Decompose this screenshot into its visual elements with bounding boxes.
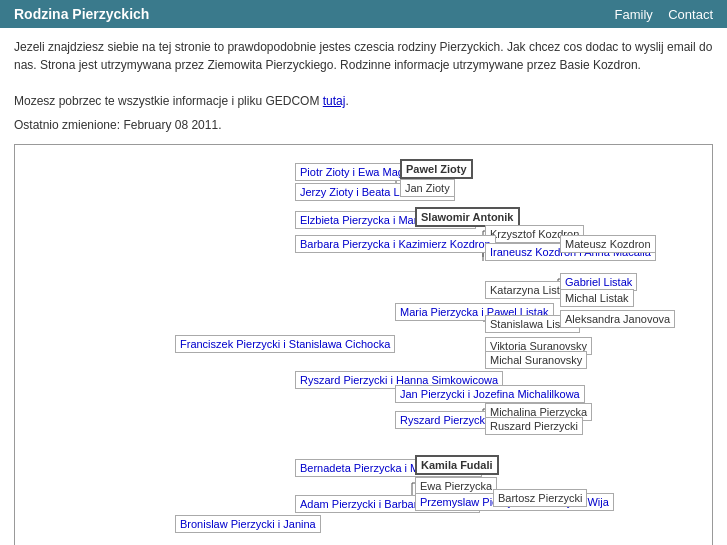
tree-node-bronislaw-janina[interactable]: Bronislaw Pierzycki i Janina bbox=[175, 515, 321, 533]
tree-node-aleksandra-janovova: Aleksandra Janovova bbox=[560, 310, 675, 328]
tree-container: Piotr Zioty i Ewa MagieraPawel ZiotyJerz… bbox=[14, 144, 713, 545]
last-modified: Ostatnio zmienione: February 08 2011. bbox=[14, 118, 713, 132]
nav-family[interactable]: Family bbox=[615, 7, 653, 22]
tree-node-barbara-kazimierz[interactable]: Barbara Pierzycka i Kazimierz Kozdron bbox=[295, 235, 496, 253]
intro-line2: Mozesz pobrzec te wszystkie informacje i… bbox=[14, 92, 713, 110]
tree-node-jan-zioty: Jan Zioty bbox=[400, 179, 455, 197]
gedcom-link[interactable]: tutaj bbox=[323, 94, 346, 108]
tree-link-jan-jozefina[interactable]: Jan Pierzycki i Jozefina Michalilkowa bbox=[400, 388, 580, 400]
tree-link-gabriel-listak[interactable]: Gabriel Listak bbox=[565, 276, 632, 288]
tree-link-bronislaw-janina[interactable]: Bronislaw Pierzycki i Janina bbox=[180, 518, 316, 530]
tree-node-michal-suranovsky: Michal Suranovsky bbox=[485, 351, 587, 369]
header: Rodzina Pierzyckich Family Contact bbox=[0, 0, 727, 28]
intro-text: Jezeli znajdziesz siebie na tej stronie … bbox=[14, 38, 713, 110]
tree-node-ruszard-pierzycki: Ruszard Pierzycki bbox=[485, 417, 583, 435]
nav-contact[interactable]: Contact bbox=[668, 7, 713, 22]
tree-link-franciszek-stanislawa[interactable]: Franciszek Pierzycki i Stanislawa Cichoc… bbox=[180, 338, 390, 350]
site-title: Rodzina Pierzyckich bbox=[14, 6, 149, 22]
intro-paragraph: Jezeli znajdziesz siebie na tej stronie … bbox=[14, 38, 713, 74]
tree-node-jan-jozefina[interactable]: Jan Pierzycki i Jozefina Michalilkowa bbox=[395, 385, 585, 403]
tree-node-franciszek-stanislawa[interactable]: Franciszek Pierzycki i Stanislawa Cichoc… bbox=[175, 335, 395, 353]
tree-node-mateusz-kozdron: Mateusz Kozdron bbox=[560, 235, 656, 253]
tree-node-pawel-zioty: Pawel Zioty bbox=[400, 159, 473, 179]
tree-link-barbara-kazimierz[interactable]: Barbara Pierzycka i Kazimierz Kozdron bbox=[300, 238, 491, 250]
tree-wrapper: Piotr Zioty i Ewa MagieraPawel ZiotyJerz… bbox=[25, 155, 605, 545]
main-nav: Family Contact bbox=[603, 7, 713, 22]
tree-node-michal-listak: Michal Listak bbox=[560, 289, 634, 307]
tree-node-slawomir-antonik: Slawomir Antonik bbox=[415, 207, 520, 227]
tree-node-bartosz-pierzycki: Bartosz Pierzycki bbox=[493, 489, 587, 507]
main-content: Jezeli znajdziesz siebie na tej stronie … bbox=[0, 28, 727, 545]
tree-node-kamila-fudali: Kamila Fudali bbox=[415, 455, 499, 475]
